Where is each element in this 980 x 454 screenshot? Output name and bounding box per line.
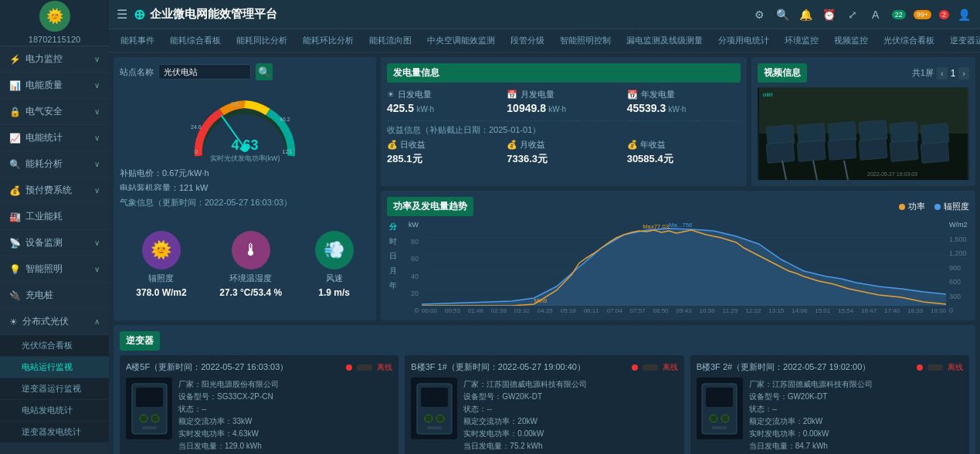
x-label-9: 07:57 <box>630 307 646 314</box>
status-dot-red-1 <box>346 364 352 371</box>
chart-header: 功率及发电量趋势 功率 辐照度 <box>387 197 969 216</box>
user-icon[interactable]: 👤 <box>955 6 972 23</box>
navtab-segment[interactable]: 段管分级 <box>503 31 552 50</box>
navtab-energy-event[interactable]: 能耗事件 <box>113 31 162 50</box>
sidebar-sub-station-gen-stats[interactable]: 电站发电统计 <box>0 400 109 422</box>
x-label-17: 15:01 <box>815 307 830 314</box>
inverter-3-model: 设备型号：GW20K-DT <box>749 391 963 402</box>
chevron-icon-5: ∨ <box>94 160 100 168</box>
y-label-0: 0 <box>402 307 419 314</box>
sidebar-item-power-quality[interactable]: 📊电能质量 ∨ <box>0 73 109 99</box>
inverter-card-3: B楼3F 2#（更新时间：2022-05-27 19:02:00） 离线 <box>690 355 969 454</box>
navtab-sub-meter[interactable]: 分项用电统计 <box>710 31 777 50</box>
inverter-3-body: 厂家：江苏固德威电源科技有限公司 设备型号：GW20K-DT 状态：-- 额定交… <box>697 378 963 453</box>
sidebar-item-industrial[interactable]: 🏭工业能耗 <box>0 204 109 230</box>
wind-icon: 💨 <box>315 231 354 269</box>
chart-tab-hour[interactable]: 时 <box>387 235 399 248</box>
distributed-pv-icon: ☀ <box>9 317 18 327</box>
svg-rect-16 <box>766 141 795 163</box>
menu-toggle-icon[interactable]: ☰ <box>117 7 127 22</box>
navtab-video-monitor[interactable]: 视频监控 <box>826 31 876 50</box>
video-next-button[interactable]: › <box>958 67 969 80</box>
svg-rect-40 <box>142 426 157 429</box>
y-label-900: 900 <box>949 264 969 272</box>
sidebar-item-smart-lighting[interactable]: 💡智能照明 ∨ <box>0 256 109 283</box>
sidebar: 🌞 18702115120 ⚡电力监控 ∨ 📊电能质量 ∨ 🔒电气安全 ∨ 📈电… <box>0 0 109 454</box>
yearly-revenue-item: 💰 年收益 30585.4元 <box>627 139 741 166</box>
inverter-2-actual-power: 实时发电功率：0.00kW <box>463 429 677 439</box>
svg-point-48 <box>710 415 717 422</box>
topbar-icons: ⚙ 🔍 🔔 ⏰ ⤢ A 22 99+ 2 👤 <box>751 6 972 23</box>
x-label-14: 12:22 <box>745 307 761 314</box>
chart-tab-year[interactable]: 年 <box>387 280 399 292</box>
svg-text:oiiri: oiiri <box>763 91 773 98</box>
main-content: 站点名称 🔍 0 121 <box>109 53 980 454</box>
sun-icon: ☀ <box>387 90 395 100</box>
generation-grid: ☀ 日发电量 425.5 kW·h 📅 月发电量 10949.8 kW·h <box>387 89 741 114</box>
x-label-16: 14:08 <box>792 307 807 314</box>
sidebar-item-prepaid[interactable]: 💰预付费系统 ∨ <box>0 178 109 204</box>
navtab-energy-mom[interactable]: 能耗环比分析 <box>295 31 361 50</box>
inverter-card-2: B楼3F 1#（更新时间：2022-05-27 19:00:40） 离线 <box>405 355 683 454</box>
sidebar-item-device-monitor[interactable]: 📡设备监测 ∨ <box>0 230 109 256</box>
navtab-energy-dashboard[interactable]: 能耗综合看板 <box>162 31 229 50</box>
sidebar-item-power-monitor[interactable]: ⚡电力监控 ∨ <box>0 46 109 73</box>
navtab-inverter-monitor[interactable]: 逆变器运行监视 <box>942 31 980 50</box>
legend-irradiance: 辐照度 <box>934 201 969 212</box>
navtab-leakage[interactable]: 漏电监测及线级测量 <box>619 31 710 50</box>
y-axis-left: kW 80 60 40 20 0 <box>402 221 422 314</box>
sidebar-item-ev-charging[interactable]: 🔌充电桩 <box>0 283 109 309</box>
yearly-revenue-label: 💰 年收益 <box>627 139 741 151</box>
thermometer-icon: 🌡 <box>232 231 270 269</box>
chevron-icon-7: ∨ <box>94 239 100 247</box>
chart-body-area: 分 时 日 月 年 kW 80 60 40 20 0 <box>387 221 969 314</box>
sidebar-item-energy-stats[interactable]: 📈电能统计 ∨ <box>0 125 109 151</box>
x-label-0: 00:00 <box>422 307 437 314</box>
navtab-central-ac[interactable]: 中央空调能效监测 <box>419 31 503 50</box>
search-icon[interactable]: 🔍 <box>775 6 792 23</box>
sidebar-item-energy-analysis[interactable]: 🔍能耗分析 ∨ <box>0 151 109 178</box>
x-label-11: 09:43 <box>676 307 691 314</box>
navtab-smart-light-ctrl[interactable]: 智能照明控制 <box>552 31 619 50</box>
y-label-1500: 1,500 <box>949 235 969 243</box>
sidebar-menu: ⚡电力监控 ∨ 📊电能质量 ∨ 🔒电气安全 ∨ 📈电能统计 ∨ 🔍能耗分析 ∨ … <box>0 46 109 454</box>
sidebar-item-distributed-pv[interactable]: ☀分布式光伏 ∧ <box>0 309 109 335</box>
navtab-env-monitor[interactable]: 环境监控 <box>777 31 826 50</box>
daily-gen-header: ☀ 日发电量 <box>387 89 500 100</box>
settings-icon[interactable]: ⚙ <box>751 6 768 23</box>
notification-icon[interactable]: 🔔 <box>798 6 815 23</box>
chart-tab-min[interactable]: 分 <box>387 221 399 233</box>
weather-item-wind: 💨 风速 1.9 m/s <box>315 231 354 298</box>
navtab-pv-dashboard[interactable]: 光伏综合看板 <box>876 31 942 50</box>
yearly-generation-item: 📆 年发电量 45539.3 kW·h <box>627 89 741 114</box>
video-prev-button[interactable]: ‹ <box>937 67 948 80</box>
navtab-energy-yoy[interactable]: 能耗同比分析 <box>229 31 295 50</box>
chart-tab-month[interactable]: 月 <box>387 265 399 277</box>
electrical-safety-icon: 🔒 <box>9 107 21 117</box>
font-icon[interactable]: A <box>867 6 884 23</box>
sidebar-sub-station-monitor[interactable]: 电站运行监视 <box>0 357 109 378</box>
fullscreen-icon[interactable]: ⤢ <box>844 6 861 23</box>
legend-power: 功率 <box>899 201 925 212</box>
yearly-icon: 📆 <box>627 90 638 100</box>
y-label-20: 20 <box>402 290 419 297</box>
svg-rect-17 <box>797 140 826 161</box>
x-label-15: 13:15 <box>768 307 784 314</box>
navtab-energy-flow[interactable]: 能耗流向图 <box>361 31 419 50</box>
sidebar-phone: 18702115120 <box>29 33 80 46</box>
station-name-input[interactable] <box>158 64 251 80</box>
sidebar-sub-pv-dashboard[interactable]: 光伏综合看板 <box>0 335 109 357</box>
clock-icon[interactable]: ⏰ <box>821 6 838 23</box>
video-svg: oiiri 2022-05-27 16:03:03 <box>758 87 969 180</box>
chart-tab-day[interactable]: 日 <box>387 250 399 263</box>
sidebar-sub-inverter-gen-stats[interactable]: 逆变器发电统计 <box>0 422 109 443</box>
revenue-label: 收益信息（补贴截止日期：2025-01-01） <box>387 124 741 136</box>
inverter-1-model: 设备型号：SG33CX-2P-CN <box>178 391 392 402</box>
sidebar-sub-inverter-monitor[interactable]: 逆变器运行监视 <box>0 378 109 400</box>
x-label-20: 17:40 <box>884 307 900 314</box>
monthly-revenue-icon: 💰 <box>507 140 517 150</box>
y-label-300: 300 <box>949 293 969 300</box>
station-search-button[interactable]: 🔍 <box>256 63 273 80</box>
inverter-3-daily-gen: 当日发电量：84.7 kWh <box>749 441 963 452</box>
sidebar-item-electrical-safety[interactable]: 🔒电气安全 ∨ <box>0 99 109 125</box>
